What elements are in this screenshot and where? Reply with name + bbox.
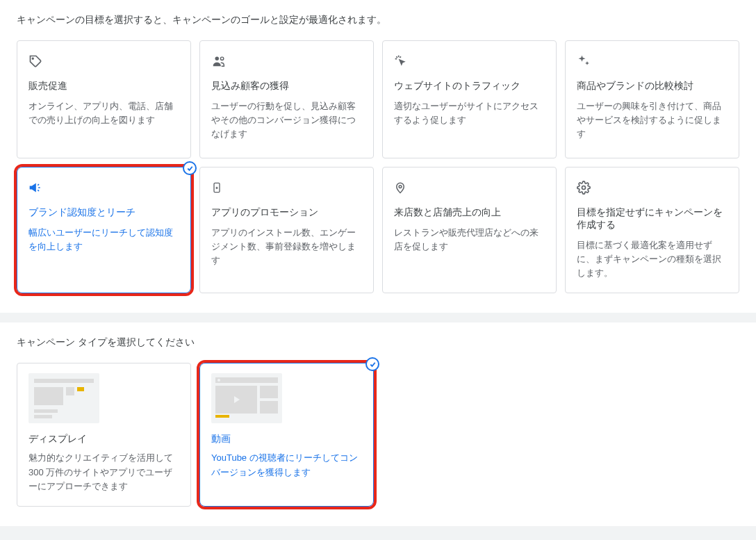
card-desc: 目標に基づく最適化案を適用せずに、まずキャンペーンの種類を選択します。 xyxy=(577,238,728,280)
users-icon xyxy=(211,54,362,69)
card-desc: ユーザーの興味を引き付けて、商品やサービスを検討するように促します xyxy=(577,99,728,141)
check-icon xyxy=(183,161,197,175)
sparkle-icon xyxy=(577,54,728,69)
type-card-display[interactable]: ディスプレイ 魅力的なクリエイティブを活用して 300 万件のサイトやアプリでユ… xyxy=(17,363,191,506)
objective-card-app[interactable]: アプリのプロモーション アプリのインストール数、エンゲージメント数、事前登録数を… xyxy=(199,167,374,293)
card-title: 目標を指定せずにキャンペーンを作成する xyxy=(577,206,728,231)
card-title: ウェブサイトのトラフィック xyxy=(394,80,545,92)
card-desc: オンライン、アプリ内、電話、店舗での売り上げの向上を図ります xyxy=(28,99,179,127)
pin-icon xyxy=(394,180,545,195)
card-title: ブランド認知度とリーチ xyxy=(28,206,179,219)
objective-card-awareness[interactable]: ブランド認知度とリーチ 幅広いユーザーにリーチして認知度を向上します xyxy=(17,167,191,293)
display-thumbnail-icon xyxy=(28,373,99,423)
svg-point-4 xyxy=(399,186,402,188)
types-grid: ディスプレイ 魅力的なクリエイティブを活用して 300 万件のサイトやアプリでユ… xyxy=(17,363,739,506)
objectives-grid: 販売促進 オンライン、アプリ内、電話、店舗での売り上げの向上を図ります 見込み顧… xyxy=(17,40,739,293)
objective-card-nogoal[interactable]: 目標を指定せずにキャンペーンを作成する 目標に基づく最適化案を適用せずに、まずキ… xyxy=(565,167,739,293)
svg-point-0 xyxy=(32,58,33,59)
tag-icon xyxy=(28,54,179,69)
objective-card-leads[interactable]: 見込み顧客の獲得 ユーザーの行動を促し、見込み顧客やその他のコンバージョン獲得に… xyxy=(199,40,374,158)
card-desc: 幅広いユーザーにリーチして認知度を向上します xyxy=(28,226,179,254)
check-icon xyxy=(365,357,379,371)
type-title: 動画 xyxy=(211,433,362,445)
card-title: 商品やブランドの比較検討 xyxy=(577,80,728,92)
objective-card-consideration[interactable]: 商品やブランドの比較検討 ユーザーの興味を引き付けて、商品やサービスを検討するよ… xyxy=(565,40,739,158)
type-card-video[interactable]: 動画 YouTube の視聴者にリーチしてコンバージョンを獲得します xyxy=(199,363,374,506)
objectives-header: キャンペーンの目標を選択すると、キャンペーンのゴールと設定が最適化されます。 xyxy=(17,14,739,26)
types-header: キャンペーン タイプを選択してください xyxy=(17,336,739,349)
card-title: 販売促進 xyxy=(28,80,179,92)
type-desc: 魅力的なクリエイティブを活用して 300 万件のサイトやアプリでユーザーにアプロ… xyxy=(28,451,179,493)
click-icon xyxy=(394,54,545,69)
megaphone-icon xyxy=(28,180,179,195)
video-thumbnail-icon xyxy=(211,373,282,423)
objective-card-traffic[interactable]: ウェブサイトのトラフィック 適切なユーザーがサイトにアクセスするよう促します xyxy=(382,40,557,158)
svg-point-5 xyxy=(582,186,586,190)
type-title: ディスプレイ xyxy=(28,433,179,445)
card-title: アプリのプロモーション xyxy=(211,206,362,219)
card-desc: アプリのインストール数、エンゲージメント数、事前登録数を増やします xyxy=(211,226,362,268)
card-desc: レストランや販売代理店などへの来店を促します xyxy=(394,226,545,254)
card-title: 来店数と店舗売上の向上 xyxy=(394,206,545,219)
type-desc: YouTube の視聴者にリーチしてコンバージョンを獲得します xyxy=(211,451,362,479)
svg-point-2 xyxy=(220,57,223,60)
gear-icon xyxy=(577,180,728,195)
card-desc: 適切なユーザーがサイトにアクセスするよう促します xyxy=(394,99,545,127)
card-desc: ユーザーの行動を促し、見込み顧客やその他のコンバージョン獲得につなげます xyxy=(211,99,362,141)
phone-icon xyxy=(211,180,362,195)
objectives-section: キャンペーンの目標を選択すると、キャンペーンのゴールと設定が最適化されます。 販… xyxy=(0,0,756,313)
types-section: キャンペーン タイプを選択してください ディスプレイ 魅力的なクリエイティブを活… xyxy=(0,322,756,525)
card-title: 見込み顧客の獲得 xyxy=(211,80,362,92)
objective-card-store[interactable]: 来店数と店舗売上の向上 レストランや販売代理店などへの来店を促します xyxy=(382,167,557,293)
objective-card-sales[interactable]: 販売促進 オンライン、アプリ内、電話、店舗での売り上げの向上を図ります xyxy=(17,40,191,158)
svg-point-1 xyxy=(215,57,220,61)
